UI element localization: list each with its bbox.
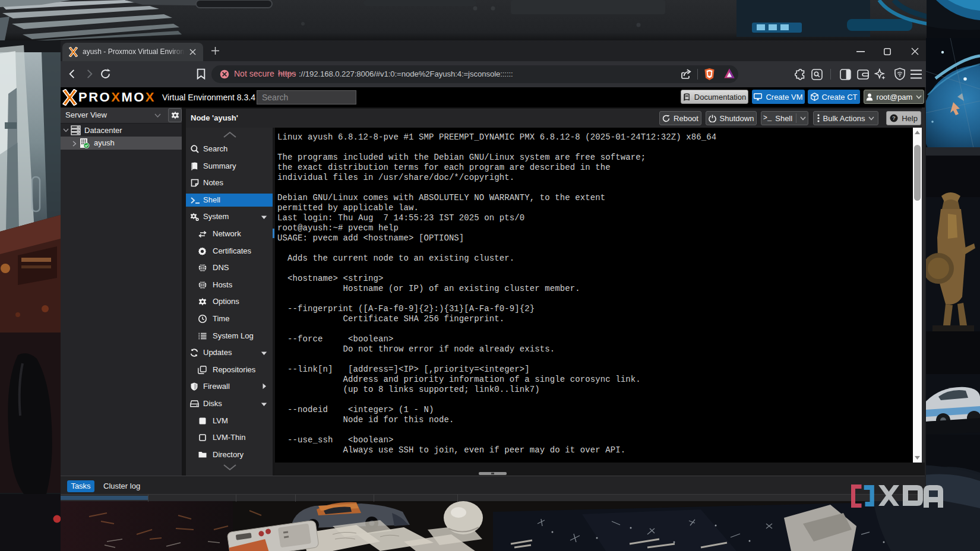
svg-text:?: ?	[892, 115, 896, 121]
